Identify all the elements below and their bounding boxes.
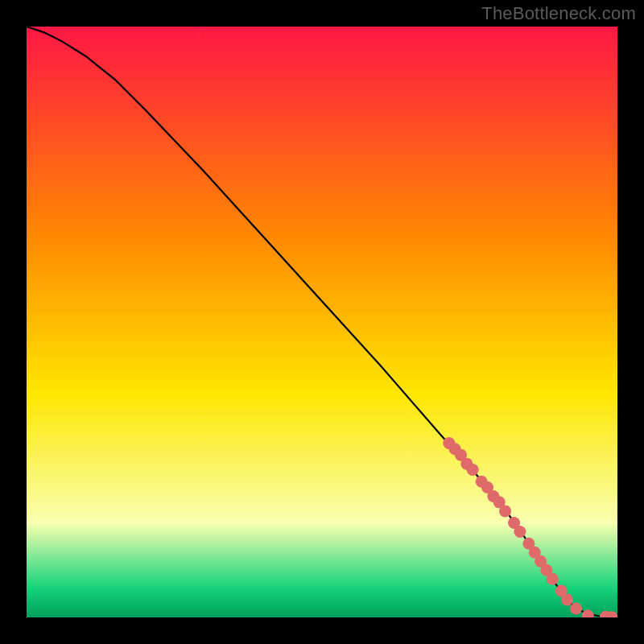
marker-point [467,464,479,476]
chart-frame: TheBottleneck.com [0,0,644,644]
marker-point [514,526,526,538]
plot-area [27,27,617,617]
attribution-text: TheBottleneck.com [481,3,636,24]
marker-point [499,505,511,517]
marker-point [570,602,582,614]
marker-point [561,593,573,605]
gradient-background [27,27,617,617]
marker-point [547,573,559,585]
bottleneck-chart [27,27,617,617]
